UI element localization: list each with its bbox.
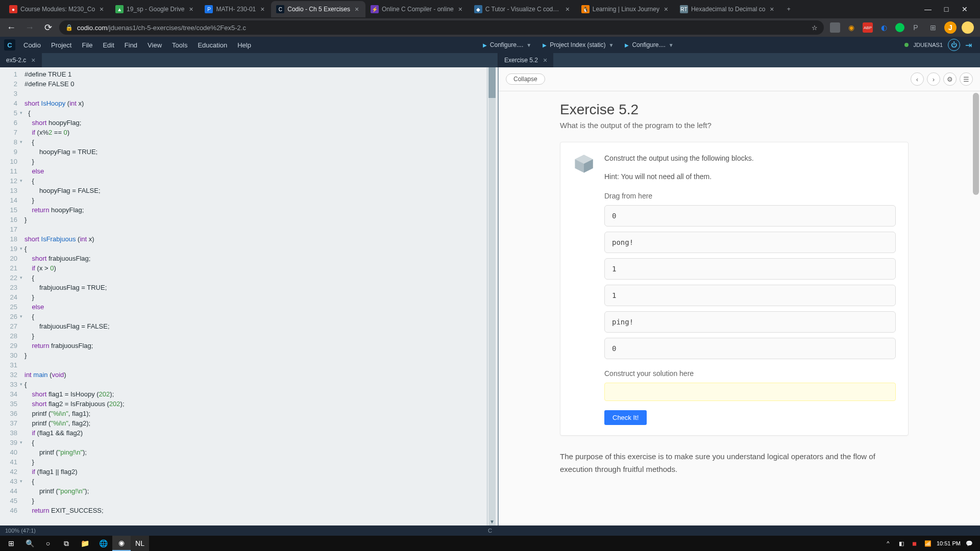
settings-button[interactable]: ⚙ — [943, 72, 957, 86]
browser-tab[interactable]: RTHexadecimal to Decimal co× — [675, 1, 780, 17]
extension-icon[interactable] — [895, 23, 904, 32]
start-button[interactable]: ⊞ — [2, 536, 20, 551]
instruction-text: Construct the output using the following… — [604, 153, 754, 164]
exercise-scrollbar[interactable] — [973, 93, 979, 525]
notifications-icon[interactable]: 💬 — [965, 540, 974, 547]
extensions-menu-icon[interactable]: ⊞ — [927, 21, 939, 34]
tray-icon[interactable]: ◧ — [897, 540, 906, 547]
drag-block[interactable]: 0 — [604, 205, 896, 227]
configure-button-2[interactable]: ▶ Configure.... ▼ — [620, 39, 678, 51]
drag-block[interactable]: 1 — [604, 258, 896, 280]
exit-button[interactable]: ⇥ — [965, 40, 972, 50]
power-button[interactable]: ⏻ — [948, 39, 960, 51]
tray-chevron-icon[interactable]: ^ — [884, 540, 893, 546]
drag-block[interactable]: ping! — [604, 311, 896, 333]
wifi-icon[interactable]: 📶 — [923, 540, 933, 547]
extension-icon[interactable]: ABP — [863, 22, 873, 33]
close-tab-icon[interactable]: × — [457, 6, 464, 13]
status-language: C — [488, 528, 492, 534]
scrollbar-thumb[interactable] — [973, 93, 979, 195]
extension-icon[interactable]: P — [910, 21, 922, 34]
drag-block[interactable]: 1 — [604, 285, 896, 306]
menu-item-help[interactable]: Help — [232, 39, 256, 51]
close-tab-icon[interactable]: × — [543, 56, 547, 64]
collapse-button[interactable]: Collapse — [506, 73, 545, 85]
close-tab-icon[interactable]: × — [353, 6, 360, 13]
file-tab-code[interactable]: ex5-2.c × — [0, 53, 42, 67]
drag-block[interactable]: 0 — [604, 338, 896, 359]
configure-button-1[interactable]: ▶ Configure.... ▼ — [478, 39, 536, 51]
solution-drop-area[interactable] — [604, 383, 896, 401]
scroll-down-icon[interactable]: ▼ — [488, 519, 496, 524]
close-tab-icon[interactable]: × — [187, 6, 194, 13]
cortana-icon[interactable]: ○ — [39, 536, 57, 551]
prev-button[interactable]: ‹ — [911, 72, 924, 86]
reload-button[interactable]: ⟳ — [41, 20, 55, 35]
menu-item-project[interactable]: Project — [46, 39, 77, 51]
task-view-icon[interactable]: ⧉ — [57, 536, 76, 551]
close-tab-icon[interactable]: × — [259, 6, 266, 13]
close-window-button[interactable]: ✕ — [960, 5, 970, 13]
close-tab-icon[interactable]: × — [663, 6, 670, 13]
search-icon[interactable]: 🔍 — [20, 536, 39, 551]
profile-avatar[interactable]: J — [944, 21, 957, 34]
check-it-button[interactable]: Check It! — [604, 410, 647, 425]
close-tab-icon[interactable]: × — [564, 6, 571, 13]
next-button[interactable]: › — [927, 72, 940, 86]
address-bar[interactable]: 🔒 codio.com/jduenas1/ch-5-exercises/tree… — [59, 20, 824, 35]
status-position: 100% (47:1) — [5, 528, 36, 534]
menu-item-file[interactable]: File — [77, 39, 97, 51]
extension-icon[interactable]: ◐ — [878, 21, 890, 34]
bookmark-star-icon[interactable]: ☆ — [812, 24, 818, 32]
menu-item-codio[interactable]: Codio — [18, 39, 46, 51]
edge-icon[interactable]: 🌐 — [94, 536, 112, 551]
menu-item-view[interactable]: View — [142, 39, 167, 51]
exercise-title: Exercise 5.2 — [560, 102, 909, 118]
app-icon[interactable]: NL — [131, 536, 149, 551]
maximize-button[interactable]: □ — [941, 5, 951, 13]
tray-icon[interactable]: ◼ — [910, 540, 919, 547]
back-button[interactable]: ← — [4, 20, 18, 35]
drag-from-label: Drag from here — [604, 192, 896, 200]
menu-item-find[interactable]: Find — [119, 39, 142, 51]
file-explorer-icon[interactable]: 📁 — [76, 536, 94, 551]
browser-tab[interactable]: ●Course Modules: M230_Co× — [4, 1, 110, 17]
tab-title: Codio - Ch 5 Exercises — [287, 6, 350, 13]
codio-logo[interactable]: C — [4, 39, 15, 51]
code-editor[interactable]: 1234567891011121314151617181920212223242… — [0, 67, 498, 525]
browser-tab[interactable]: CCodio - Ch 5 Exercises× — [271, 1, 365, 17]
browser-tab[interactable]: 🐧Learning | Linux Journey× — [576, 1, 675, 17]
username-label: JDUENAS1 — [914, 42, 943, 48]
close-tab-icon[interactable]: × — [31, 56, 35, 64]
close-tab-icon[interactable]: × — [768, 6, 775, 13]
code-area[interactable]: #define TRUE 1#define FALSE 0 short IsHo… — [20, 67, 487, 525]
browser-tab[interactable]: PMATH- 230-01× — [200, 1, 271, 17]
play-icon: ▶ — [483, 42, 487, 48]
clock[interactable]: 10:51 PM — [937, 540, 961, 546]
browser-tab[interactable]: ▲19_sp - Google Drive× — [110, 1, 200, 17]
file-tab-exercise[interactable]: Exercise 5.2 × — [498, 53, 554, 67]
new-tab-button[interactable]: + — [780, 1, 797, 17]
scrollbar-thumb[interactable] — [488, 67, 496, 98]
extension-icons: ◉ ABP ◐ P ⊞ J — [828, 21, 976, 34]
windows-taskbar: ⊞ 🔍 ○ ⧉ 📁 🌐 ◉ NL ^ ◧ ◼ 📶 10:51 PM 💬 — [0, 536, 980, 551]
chrome-icon[interactable]: ◉ — [112, 536, 131, 551]
menu-button[interactable]: ☰ — [960, 72, 973, 86]
menu-item-edit[interactable]: Edit — [97, 39, 119, 51]
status-dot-icon — [904, 43, 909, 47]
minimize-button[interactable]: — — [923, 5, 933, 13]
menu-item-education[interactable]: Education — [192, 39, 232, 51]
vertical-scrollbar[interactable]: ▼ — [488, 67, 496, 525]
tab-title: 19_sp - Google Drive — [127, 6, 184, 13]
browser-tab[interactable]: ◆C Tutor - Visualize C code e× — [469, 1, 576, 17]
drag-block[interactable]: pong! — [604, 232, 896, 253]
extension-icon[interactable]: ◉ — [845, 21, 857, 34]
close-tab-icon[interactable]: × — [98, 6, 105, 13]
profile-avatar-2[interactable] — [962, 21, 974, 34]
extension-icon[interactable] — [830, 22, 840, 33]
config-label: Configure.... — [490, 41, 523, 48]
browser-tab[interactable]: ⚡Online C Compiler - online× — [365, 1, 469, 17]
forward-button[interactable]: → — [22, 20, 37, 35]
project-index-button[interactable]: ▶ Project Index (static) ▼ — [537, 39, 619, 51]
menu-item-tools[interactable]: Tools — [167, 39, 192, 51]
